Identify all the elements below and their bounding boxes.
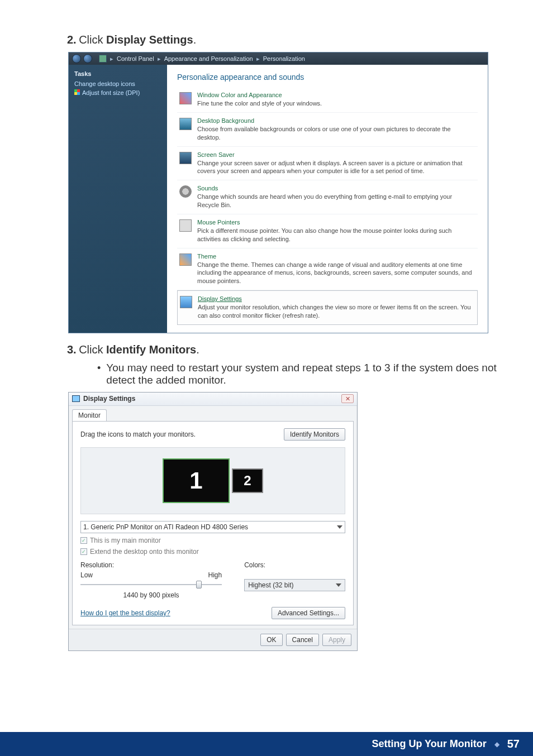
- resolution-slider[interactable]: Low High 1440 by 900 pixels: [80, 571, 222, 599]
- slider-high-label: High: [208, 571, 222, 579]
- task-adjust-font-size[interactable]: Adjust font size (DPI): [74, 89, 161, 96]
- step-3-bold: Identify Monitors: [106, 343, 196, 356]
- tab-strip: Monitor: [69, 406, 357, 421]
- tab-monitor[interactable]: Monitor: [72, 409, 107, 421]
- item-sounds-link[interactable]: Sounds: [197, 185, 475, 192]
- control-panel-sidebar: Tasks Change desktop icons Adjust font s…: [69, 65, 167, 333]
- item-desktop-background-link[interactable]: Desktop Background: [197, 117, 475, 124]
- best-display-link[interactable]: How do I get the best display?: [80, 609, 170, 617]
- step-2-bold: Display Settings: [106, 34, 193, 46]
- colors-dropdown[interactable]: Highest (32 bit): [244, 579, 345, 591]
- step-2-suffix: .: [193, 34, 197, 46]
- item-display-settings[interactable]: Display Settings Adjust your monitor res…: [177, 290, 478, 325]
- item-screen-saver-link[interactable]: Screen Saver: [197, 151, 475, 158]
- slider-thumb-icon[interactable]: [196, 581, 202, 588]
- checkbox-icon[interactable]: ✓: [80, 537, 87, 544]
- identify-monitors-button[interactable]: Identify Monitors: [284, 428, 345, 441]
- monitor-dropdown[interactable]: 1. Generic PnP Monitor on ATI Radeon HD …: [80, 521, 345, 533]
- step-3-number: 3.: [67, 343, 77, 356]
- monitor-arrangement-area[interactable]: 1 2: [80, 447, 345, 514]
- resolution-value: 1440 by 900 pixels: [80, 591, 222, 599]
- ok-button[interactable]: OK: [260, 634, 282, 646]
- step-2-prefix: Click: [79, 34, 106, 46]
- chevron-down-icon: [336, 583, 341, 587]
- cancel-button[interactable]: Cancel: [286, 634, 319, 646]
- chevron-down-icon: [337, 525, 342, 529]
- display-settings-titlebar: Display Settings ✕: [69, 393, 357, 406]
- task-change-desktop-icons[interactable]: Change desktop icons: [74, 80, 161, 87]
- monitor-1-icon[interactable]: 1: [163, 458, 230, 503]
- item-display-settings-link[interactable]: Display Settings: [198, 295, 475, 302]
- item-screen-saver[interactable]: Screen Saver Change your screen saver or…: [177, 147, 478, 181]
- advanced-settings-button[interactable]: Advanced Settings...: [272, 607, 345, 619]
- control-panel-window: ▸ Control Panel ▸ Appearance and Persona…: [68, 52, 488, 333]
- display-settings-window: Display Settings ✕ Monitor Drag the icon…: [68, 392, 358, 651]
- resolution-label: Resolution:: [80, 561, 222, 569]
- item-display-settings-desc: Adjust your monitor resolution, which ch…: [198, 303, 475, 320]
- dialog-footer: OK Cancel Apply: [69, 629, 357, 650]
- item-mouse-pointers-desc: Pick a different mouse pointer. You can …: [197, 227, 475, 243]
- breadcrumb-sep-icon: ▸: [110, 55, 113, 63]
- colors-value: Highest (32 bit): [248, 581, 293, 589]
- colors-label: Colors:: [244, 561, 345, 569]
- item-window-color-desc: Fine tune the color and style of your wi…: [197, 99, 322, 108]
- screen-saver-icon: [179, 152, 192, 164]
- sounds-icon: [179, 185, 192, 198]
- task-adjust-font-size-label: Adjust font size (DPI): [82, 89, 140, 96]
- step-3-prefix: Click: [79, 343, 106, 356]
- main-monitor-label: This is my main monitor: [90, 537, 161, 544]
- extend-desktop-checkbox-row[interactable]: ✓ Extend the desktop onto this monitor: [80, 548, 345, 556]
- item-theme-link[interactable]: Theme: [197, 253, 475, 260]
- display-settings-title: Display Settings: [83, 395, 135, 403]
- item-window-color-link[interactable]: Window Color and Appearance: [197, 92, 322, 98]
- breadcrumb-sep-icon: ▸: [158, 55, 161, 63]
- step-3-suffix: .: [196, 343, 199, 356]
- drag-hint: Drag the icons to match your monitors.: [80, 430, 196, 438]
- step-3-bullet-text: You may need to restart your system and …: [106, 362, 511, 386]
- item-theme[interactable]: Theme Change the theme. Themes can chang…: [177, 248, 478, 291]
- item-mouse-pointers[interactable]: Mouse Pointers Pick a different mouse po…: [177, 214, 478, 248]
- item-screen-saver-desc: Change your screen saver or adjust when …: [197, 159, 475, 176]
- item-sounds[interactable]: Sounds Change which sounds are heard whe…: [177, 180, 478, 214]
- display-settings-panel: Drag the icons to match your monitors. I…: [72, 421, 354, 625]
- checkbox-icon[interactable]: ✓: [80, 548, 87, 555]
- item-window-color[interactable]: Window Color and Appearance Fine tune th…: [177, 87, 478, 113]
- close-button[interactable]: ✕: [341, 394, 354, 403]
- apply-button[interactable]: Apply: [322, 634, 351, 646]
- display-settings-icon: [180, 296, 192, 308]
- monitor-dropdown-value: 1. Generic PnP Monitor on ATI Radeon HD …: [83, 523, 248, 531]
- step-3-bullet: • You may need to restart your system an…: [97, 362, 511, 386]
- page-footer: Setting Up Your Monitor ◆ 57: [0, 732, 533, 756]
- monitor-icon: [72, 395, 80, 402]
- item-desktop-background[interactable]: Desktop Background Choose from available…: [177, 113, 478, 147]
- slider-low-label: Low: [80, 571, 93, 579]
- page-number: 57: [507, 738, 520, 750]
- step-2: 2. Click Display Settings.: [67, 34, 511, 46]
- mouse-pointers-icon: [179, 219, 192, 232]
- address-bar-icon: [99, 55, 107, 63]
- item-desktop-background-desc: Choose from available backgrounds or col…: [197, 125, 475, 142]
- nav-back-icon[interactable]: [72, 54, 81, 63]
- monitor-2-icon[interactable]: 2: [232, 468, 263, 493]
- desktop-background-icon: [179, 118, 192, 130]
- window-color-icon: [179, 92, 192, 104]
- diamond-icon: ◆: [494, 740, 499, 748]
- main-monitor-checkbox-row[interactable]: ✓ This is my main monitor: [80, 537, 345, 544]
- tasks-heading: Tasks: [74, 70, 161, 77]
- theme-icon: [179, 253, 192, 266]
- bullet-icon: •: [97, 362, 101, 386]
- shield-icon: [74, 89, 80, 95]
- step-2-number: 2.: [67, 34, 77, 46]
- breadcrumb-personalization[interactable]: Personalization: [263, 55, 305, 62]
- breadcrumb-sep-icon: ▸: [256, 55, 260, 63]
- breadcrumb-control-panel[interactable]: Control Panel: [117, 55, 154, 62]
- item-mouse-pointers-link[interactable]: Mouse Pointers: [197, 219, 475, 226]
- step-3: 3. Click Identify Monitors.: [67, 343, 511, 356]
- item-sounds-desc: Change which sounds are heard when you d…: [197, 193, 475, 209]
- nav-forward-icon[interactable]: [83, 54, 92, 63]
- control-panel-titlebar: ▸ Control Panel ▸ Appearance and Persona…: [69, 52, 488, 65]
- personalize-title: Personalize appearance and sounds: [177, 73, 478, 82]
- breadcrumb-appearance[interactable]: Appearance and Personalization: [164, 55, 253, 62]
- footer-section-title: Setting Up Your Monitor: [372, 738, 486, 750]
- extend-desktop-label: Extend the desktop onto this monitor: [90, 548, 199, 556]
